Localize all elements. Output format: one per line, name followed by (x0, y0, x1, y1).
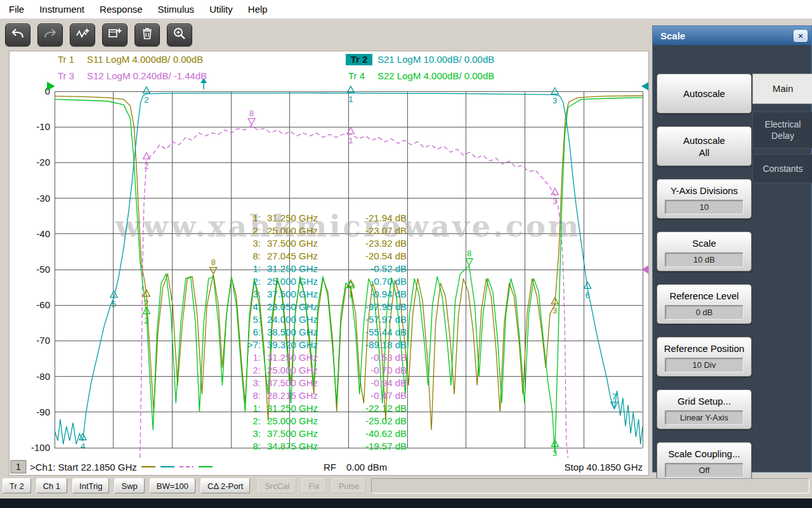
status-bw-100[interactable]: BW=100 (150, 478, 195, 493)
stop-frequency-label: Stop 40.1850 GHz (565, 462, 643, 472)
readout-number: 4: (252, 301, 261, 312)
marker-number: 8 (249, 108, 254, 118)
readout-value: -0.52 dB (370, 263, 407, 274)
marker-tr3-1[interactable]: 1 (347, 127, 354, 145)
marker-number: 3 (553, 197, 557, 206)
autoscale-label: Autoscale (657, 88, 751, 100)
menu-help[interactable]: Help (240, 1, 275, 18)
tab-main[interactable]: Main (752, 74, 812, 104)
vna-application-window: FileInstrumentResponseStimulusUtilityHel… (0, 0, 812, 508)
undo-button[interactable] (5, 23, 30, 46)
trace-detail-tr2: S21 LogM 10.00dB/ 0.00dB (377, 54, 494, 65)
plot-svg[interactable]: 0-10-20-30-40-50-60-70-80-90-100www.xahk… (10, 51, 648, 475)
readout-number: 1: (252, 263, 261, 274)
readout-number: 1: (252, 212, 261, 223)
delete-button[interactable] (134, 23, 160, 46)
readout-number: 8: (252, 441, 261, 452)
readout-value: -20.54 dB (365, 251, 407, 261)
menu-file[interactable]: File (1, 1, 32, 18)
autoscale-all-button[interactable]: AutoscaleAll (657, 126, 752, 166)
marker-tr2-6[interactable]: 6 (584, 282, 591, 300)
scale-coupling-button[interactable]: Scale Coupling...Off (657, 442, 752, 482)
tab-electrical-delay[interactable]: ElectricalDelay (752, 112, 812, 148)
readout-frequency: 25.000 GHz (267, 415, 318, 426)
reference-position-button[interactable]: Reference Position10 Div (657, 337, 752, 377)
marker-readout-row: 2:25.000 GHz-25.02 dB (252, 415, 407, 426)
marker-tr4-8[interactable]: 8 (466, 249, 473, 265)
readout-value: -22.12 dB (365, 403, 407, 414)
status-ch-1[interactable]: Ch 1 (36, 478, 67, 493)
readout-frequency: 31.250 GHz (267, 263, 318, 274)
scale-panel: Scale × AutoscaleAutoscaleAllY-Axis Divi… (652, 25, 812, 472)
marker-tr3-3[interactable]: 3 (551, 188, 558, 206)
trace-label-tr1: Tr 1 (58, 54, 74, 65)
readout-value: -23.07 dB (365, 225, 407, 236)
y-axis-tick-label: -100 (31, 442, 50, 453)
status-inttrig[interactable]: IntTrig (72, 478, 109, 493)
y-axis-divisions-value: 10 (665, 200, 743, 214)
trash-icon (140, 26, 155, 44)
readout-frequency: 37.500 GHz (267, 428, 318, 439)
reference-level-button[interactable]: Reference Level0 dB (657, 284, 752, 324)
menu-utility[interactable]: Utility (202, 1, 240, 18)
readout-frequency: 39.320 GHz (267, 339, 318, 350)
marker-triangle (248, 119, 255, 125)
marker-tr2-1[interactable]: 1 (347, 86, 354, 104)
marker-tr3-2[interactable]: 2 (143, 153, 150, 171)
readout-frequency: 25.000 GHz (267, 365, 318, 375)
status-c-2-port[interactable]: CΔ 2-Port (200, 478, 250, 493)
scale-button[interactable]: Scale10 dB (657, 231, 752, 271)
y-axis-divisions-button[interactable]: Y-Axis Divisions10 (657, 179, 752, 219)
marker-readout-row: 1:31.250 GHz-0.52 dB (252, 263, 407, 274)
readout-frequency: 31.250 GHz (267, 212, 318, 223)
ref-position-indicator-green (47, 82, 55, 91)
add-channel-icon (107, 26, 122, 44)
marker-tr2-3[interactable]: 3 (551, 88, 558, 105)
marker-tr2-2[interactable]: 2 (143, 87, 150, 105)
marker-tr3-8[interactable]: 8 (248, 108, 255, 125)
marker-number: 1 (348, 136, 353, 145)
readout-number: 2: (252, 225, 261, 236)
measurement-plot-area[interactable]: 0-10-20-30-40-50-60-70-80-90-100www.xahk… (9, 51, 649, 476)
y-axis-tick-label: -30 (36, 193, 50, 204)
status-message-area (371, 478, 809, 493)
marker-tr1-8[interactable]: 8 (210, 257, 217, 274)
marker-number: 3 (553, 306, 557, 315)
close-icon[interactable]: × (794, 30, 808, 42)
readout-number: 5: (252, 314, 261, 325)
status-swp[interactable]: Swp (114, 478, 144, 493)
marker-number: 3 (553, 448, 557, 458)
marker-readout-row: 3:37.500 GHz-40.62 dB (252, 428, 407, 439)
status-tr-2[interactable]: Tr 2 (3, 478, 31, 493)
readout-value: -89.18 dB (365, 339, 407, 350)
menu-response[interactable]: Response (92, 1, 150, 18)
trace-detail-tr3: S12 LogM 0.240dB/ -1.44dB (87, 70, 207, 81)
tab-constants[interactable]: Constants (752, 154, 812, 183)
trace-s12 (140, 126, 568, 458)
add-trace-button[interactable] (70, 23, 95, 46)
scale-panel-buttons: AutoscaleAutoscaleAllY-Axis Divisions10S… (657, 74, 752, 495)
readout-value: -97.95 dB (365, 301, 407, 312)
add-channel-button[interactable] (102, 23, 128, 46)
zoom-button[interactable] (167, 23, 192, 46)
marker-number: 2 (144, 316, 148, 325)
marker-number: 8 (467, 249, 471, 258)
marker-number: 1 (348, 290, 353, 299)
marker-number: 8 (211, 257, 216, 267)
readout-frequency: 25.000 GHz (267, 225, 318, 236)
trace-detail-tr1: S11 LogM 4.000dB/ 0.00dB (87, 54, 203, 65)
marker-tr2-5[interactable]: 5 (110, 291, 117, 309)
reference-level-value: 0 dB (665, 305, 743, 320)
reference-position-value: 10 Div (665, 358, 743, 372)
menu-instrument[interactable]: Instrument (32, 1, 92, 18)
marker-readout-row: 3:37.500 GHz-0.94 dB (252, 377, 407, 388)
autoscale-button[interactable]: Autoscale (657, 74, 752, 114)
readout-number: 2: (252, 415, 261, 426)
menu-stimulus[interactable]: Stimulus (150, 1, 202, 18)
marker-tr4-2[interactable]: 2 (143, 308, 150, 325)
grid-setup-value: Linear Y-Axis (665, 410, 743, 425)
ref-position-indicator-teal (641, 82, 648, 91)
y-axis-tick-label: -10 (36, 121, 50, 132)
add-trace-icon (75, 26, 90, 44)
grid-setup-button[interactable]: Grid Setup...Linear Y-Axis (657, 389, 752, 429)
